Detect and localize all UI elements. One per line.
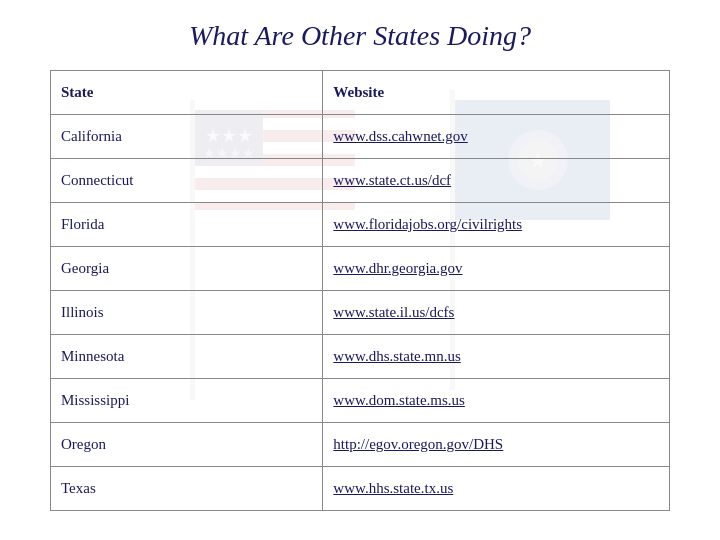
table-row: Mississippi www.dom.state.ms.us: [51, 379, 670, 423]
table-row: Georgia www.dhr.georgia.gov: [51, 247, 670, 291]
state-url[interactable]: http://egov.oregon.gov/DHS: [323, 423, 670, 467]
table-row: California www.dss.cahwnet.gov: [51, 115, 670, 159]
state-name: Georgia: [51, 247, 323, 291]
state-name: Illinois: [51, 291, 323, 335]
header-website: Website: [323, 71, 670, 115]
table-header-row: State Website: [51, 71, 670, 115]
table-row: Illinois www.state.il.us/dcfs: [51, 291, 670, 335]
page-content: What Are Other States Doing? State Websi…: [0, 0, 720, 531]
state-url[interactable]: www.dhs.state.mn.us: [323, 335, 670, 379]
table-row: Connecticut www.state.ct.us/dcf: [51, 159, 670, 203]
state-url[interactable]: www.hhs.state.tx.us: [323, 467, 670, 511]
state-name: Mississippi: [51, 379, 323, 423]
table-row: Minnesota www.dhs.state.mn.us: [51, 335, 670, 379]
state-url[interactable]: www.state.ct.us/dcf: [323, 159, 670, 203]
state-url[interactable]: www.state.il.us/dcfs: [323, 291, 670, 335]
state-url[interactable]: www.dss.cahwnet.gov: [323, 115, 670, 159]
state-url[interactable]: www.floridajobs.org/civilrights: [323, 203, 670, 247]
table-row: Oregon http://egov.oregon.gov/DHS: [51, 423, 670, 467]
table-row: Florida www.floridajobs.org/civilrights: [51, 203, 670, 247]
state-name: Oregon: [51, 423, 323, 467]
state-name: California: [51, 115, 323, 159]
page-title: What Are Other States Doing?: [50, 20, 670, 52]
states-table: State Website California www.dss.cahwnet…: [50, 70, 670, 511]
header-state: State: [51, 71, 323, 115]
table-row: Texas www.hhs.state.tx.us: [51, 467, 670, 511]
state-url[interactable]: www.dom.state.ms.us: [323, 379, 670, 423]
state-name: Connecticut: [51, 159, 323, 203]
state-name: Minnesota: [51, 335, 323, 379]
state-name: Texas: [51, 467, 323, 511]
state-url[interactable]: www.dhr.georgia.gov: [323, 247, 670, 291]
state-name: Florida: [51, 203, 323, 247]
